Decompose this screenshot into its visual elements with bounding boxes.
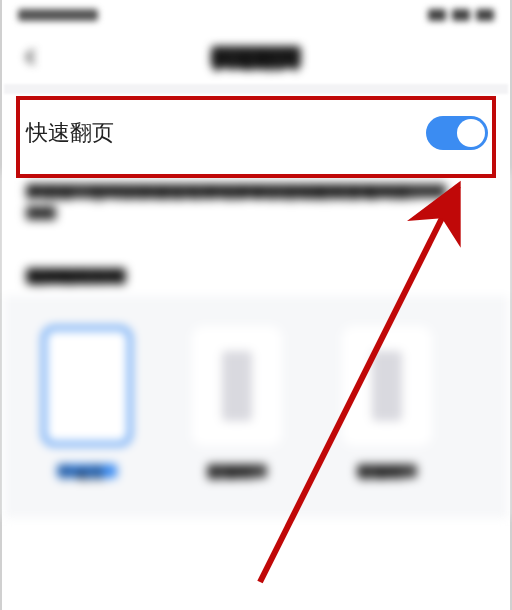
status-bar [4,0,508,30]
nav-bar: 快速翻页 [4,30,508,84]
page-title: 快速翻页 [211,46,301,68]
fast-page-toggle[interactable] [426,116,488,150]
screenshot-viewport: 快速翻页 快速翻页 开启后，您可以快速左右滑动屏幕以连续翻页查看内容。 选择翻页… [0,0,512,610]
setting-label: 快速翻页 [26,118,114,148]
page-mode-option-1[interactable]: 平铺页 [32,326,142,478]
option-thumbnail [42,326,132,446]
chevron-left-icon [22,49,38,65]
setting-row-fast-page[interactable]: 快速翻页 [4,94,508,172]
option-label: 左侧栏 [207,464,267,478]
mode-section-title: 选择翻页方式 [4,246,508,296]
page-edge-left [0,0,2,610]
signal-icon [428,9,446,21]
back-button[interactable] [22,49,38,65]
status-time [18,9,98,21]
status-icons [428,9,494,21]
section-divider [4,84,508,94]
toggle-knob [457,119,485,147]
option-thumbnail [342,326,432,446]
phone-screen: 快速翻页 快速翻页 开启后，您可以快速左右滑动屏幕以连续翻页查看内容。 选择翻页… [4,0,508,610]
page-mode-option-2[interactable]: 左侧栏 [182,326,292,478]
option-label: 右侧栏 [357,464,417,478]
description-text-cont [26,206,56,220]
page-mode-options: 平铺页 左侧栏 右侧栏 [4,296,508,518]
setting-description: 开启后，您可以快速左右滑动屏幕以连续翻页查看内容。 [4,172,508,246]
page-mode-option-3[interactable]: 右侧栏 [332,326,442,478]
wifi-icon [452,9,470,21]
description-text: 开启后，您可以快速左右滑动屏幕以连续翻页查看内容。 [26,184,446,198]
option-thumbnail [192,326,282,446]
blurred-lower-content: 开启后，您可以快速左右滑动屏幕以连续翻页查看内容。 选择翻页方式 平铺页 左侧栏… [4,172,508,518]
mode-section-title-text: 选择翻页方式 [26,268,126,284]
option-label: 平铺页 [57,464,117,478]
battery-icon [476,9,494,21]
